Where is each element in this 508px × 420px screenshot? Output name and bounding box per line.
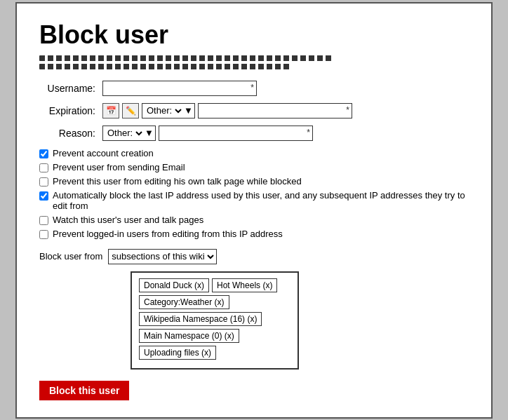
tag-3-0[interactable]: Main Namespace (0) (x) [139,329,239,343]
checkbox-row-cb4: Automatically block the last IP address … [39,190,469,211]
checkbox-label-cb6: Prevent logged-in users from editing fro… [53,229,283,239]
page-title: Block user [39,20,469,50]
reason-input-wrapper: * [159,126,313,141]
expiration-select[interactable]: Other: [144,104,184,118]
checkbox-label-cb2: Prevent user from sending Email [53,162,185,172]
edit-icon[interactable]: ✏️ [122,103,139,118]
expiration-input[interactable] [198,103,352,118]
block-from-select[interactable]: subsections of this wiki [108,249,217,264]
desc-line-2 [39,64,292,69]
reason-input[interactable] [159,126,313,141]
username-input-wrapper: * [102,81,257,96]
block-user-window: Block user Username: * Expiration: 📅 ✏️ … [15,2,493,419]
tag-2-0[interactable]: Wikipedia Namespace (16) (x) [139,312,262,326]
block-from-label: Block user from [39,251,102,262]
reason-dropdown-arrow: ▼ [145,128,154,138]
tag-0-1[interactable]: Hot Wheels (x) [212,278,277,292]
reason-label: Reason: [39,128,102,139]
checkbox-row-cb5: Watch this user's user and talk pages [39,215,469,225]
checkbox-label-cb1: Prevent account creation [53,148,154,158]
checkboxes-section: Prevent account creationPrevent user fro… [39,148,469,239]
username-row: Username: * [39,81,469,96]
expiration-other-select[interactable]: Other: ▼ [142,103,195,118]
checkbox-cb2[interactable] [39,163,48,172]
expiration-controls: 📅 ✏️ Other: ▼ * [102,103,352,118]
checkbox-row-cb3: Prevent this user from editing his own t… [39,176,469,187]
tag-row-2: Wikipedia Namespace (16) (x) [139,312,290,326]
tag-row-3: Main Namespace (0) (x) [139,329,290,343]
checkbox-row-cb6: Prevent logged-in users from editing fro… [39,229,469,239]
block-user-button[interactable]: Block this user [39,381,129,400]
checkbox-cb1[interactable] [39,149,48,158]
expiration-label: Expiration: [39,105,102,116]
checkbox-label-cb3: Prevent this user from editing his own t… [53,176,302,187]
checkbox-cb6[interactable] [39,230,48,239]
description-block [39,55,469,69]
tag-1-0[interactable]: Category:Weather (x) [139,295,229,309]
tag-row-4: Uploading files (x) [139,346,290,360]
reason-other-select[interactable]: Other: ▼ [102,126,156,141]
checkbox-cb3[interactable] [39,177,48,187]
checkbox-cb4[interactable] [39,191,48,201]
username-label: Username: [39,83,102,94]
checkbox-row-cb1: Prevent account creation [39,148,469,158]
tag-0-0[interactable]: Donald Duck (x) [139,278,209,292]
expiration-dropdown-arrow: ▼ [184,105,193,116]
expiration-input-wrapper: * [198,103,352,118]
checkbox-label-cb4: Automatically block the last IP address … [53,190,469,211]
checkbox-cb5[interactable] [39,216,48,225]
tag-row-1: Category:Weather (x) [139,295,290,309]
reason-select[interactable]: Other: [105,126,145,140]
desc-line-1 [39,55,334,61]
checkbox-row-cb2: Prevent user from sending Email [39,162,469,172]
block-from-row: Block user from subsections of this wiki [39,249,469,264]
tag-4-0[interactable]: Uploading files (x) [139,346,216,360]
expiration-row: Expiration: 📅 ✏️ Other: ▼ * [39,103,469,118]
reason-row: Reason: Other: ▼ * [39,126,469,141]
tags-container: Donald Duck (x)Hot Wheels (x)Category:We… [131,271,299,370]
reason-controls: Other: ▼ * [102,126,313,141]
username-input[interactable] [102,81,257,96]
checkbox-label-cb5: Watch this user's user and talk pages [53,215,203,225]
tag-row-0: Donald Duck (x)Hot Wheels (x) [139,278,290,292]
calendar-icon[interactable]: 📅 [102,103,119,118]
